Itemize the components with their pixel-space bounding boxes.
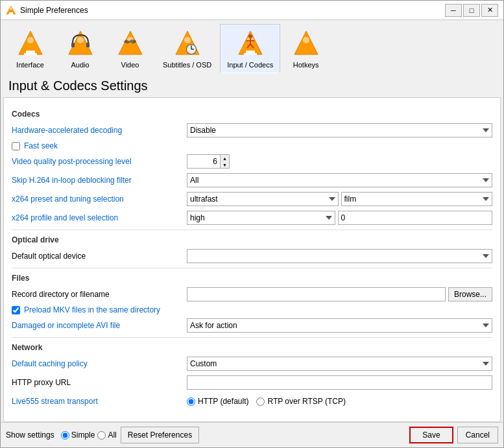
main-window: Simple Preferences ─ □ ✕ Interface [0, 0, 504, 448]
svg-point-3 [10, 7, 12, 10]
svg-rect-1 [9, 12, 13, 14]
skip-h264-select[interactable]: All Non-ref Bidir None [187, 173, 492, 187]
x264-profile-label: x264 profile and level selection [12, 213, 187, 222]
divider-1 [12, 230, 492, 230]
optical-device-label: Default optical device [12, 252, 187, 261]
title-bar: Simple Preferences ─ □ ✕ [1, 1, 503, 20]
x264-preset-select-wrapper: ultrafast superfast veryfast faster fast… [187, 192, 339, 206]
video-quality-label: Video quality post-processing level [12, 157, 187, 166]
hardware-decoding-select[interactable]: Disable DirectX 11 (D3D11) DirectX 9 (D3… [187, 123, 492, 137]
svg-rect-11 [86, 43, 90, 47]
svg-point-7 [27, 37, 34, 43]
x264-tuning-select[interactable]: film animation grain stillimage psnr ssi… [341, 192, 493, 206]
save-button[interactable]: Save [409, 427, 453, 443]
app-icon [6, 5, 16, 16]
caching-policy-label: Default caching policy [12, 359, 187, 368]
http-proxy-label: HTTP proxy URL [12, 378, 187, 387]
svg-rect-6 [24, 53, 37, 55]
tab-video[interactable]: Video [106, 24, 154, 73]
live555-rtp-option[interactable]: RTP over RTSP (TCP) [256, 397, 345, 406]
live555-radio-group: HTTP (default) RTP over RTSP (TCP) [187, 397, 492, 406]
damaged-avi-select[interactable]: Ask for action Repair Discard [187, 318, 492, 333]
record-dir-label: Record directory or filename [12, 290, 187, 299]
preload-mkv-checkbox[interactable] [12, 306, 20, 314]
hardware-decoding-select-wrapper: Disable DirectX 11 (D3D11) DirectX 9 (D3… [187, 123, 492, 137]
preload-mkv-label[interactable]: Preload MKV files in the same directory [24, 305, 160, 314]
tab-hotkeys-label: Hotkeys [293, 61, 319, 69]
x264-profile-select[interactable]: high high10 high422 high444 main baselin… [187, 211, 335, 225]
skip-h264-label: Skip H.264 in-loop deblocking filter [12, 176, 187, 185]
svg-point-15 [184, 37, 191, 43]
live555-http-label[interactable]: HTTP (default) [198, 397, 248, 406]
tab-video-label: Video [121, 61, 139, 69]
live555-row: Live555 stream transport HTTP (default) … [12, 394, 492, 409]
subtitles-icon [172, 29, 203, 60]
svg-rect-22 [244, 53, 257, 55]
x264-preset-dual: ultrafast superfast veryfast faster fast… [187, 192, 492, 206]
live555-http-radio[interactable] [187, 397, 195, 406]
tab-input[interactable]: Input / Codecs [220, 24, 280, 73]
hotkeys-icon [291, 29, 322, 60]
live555-rtp-label[interactable]: RTP over RTSP (TCP) [267, 397, 345, 406]
network-section-header: Network [12, 343, 492, 352]
x264-profile-dual: high high10 high422 high444 main baselin… [187, 211, 492, 225]
caching-policy-select[interactable]: Custom Lowest latency Low latency Normal… [187, 357, 492, 371]
http-proxy-row: HTTP proxy URL [12, 375, 492, 390]
svg-rect-10 [71, 43, 75, 47]
simple-option[interactable]: Simple [61, 430, 95, 440]
optical-device-select-wrapper [187, 249, 492, 263]
live555-rtp-radio[interactable] [256, 397, 265, 406]
tab-input-label: Input / Codecs [227, 61, 273, 69]
minimize-button[interactable]: ─ [445, 4, 462, 17]
x264-tuning-select-wrapper: film animation grain stillimage psnr ssi… [341, 192, 493, 206]
audio-icon [65, 29, 96, 60]
maximize-button[interactable]: □ [463, 4, 480, 17]
window-title: Simple Preferences [20, 6, 445, 15]
damaged-avi-select-wrapper: Ask for action Repair Discard [187, 318, 492, 333]
show-settings-label: Show settings [6, 430, 54, 440]
simple-label[interactable]: Simple [71, 430, 95, 440]
spinbox-down[interactable]: ▼ [220, 161, 229, 168]
x264-level-input[interactable] [338, 211, 493, 225]
x264-profile-row: x264 profile and level selection high hi… [12, 210, 492, 226]
damaged-avi-row: Damaged or incomplete AVI file Ask for a… [12, 318, 492, 333]
settings-radio-group: Simple All [61, 430, 117, 440]
simple-radio[interactable] [61, 431, 69, 440]
tab-hotkeys[interactable]: Hotkeys [282, 24, 330, 73]
optical-device-select[interactable] [187, 249, 492, 263]
window-controls: ─ □ ✕ [445, 4, 498, 17]
live555-http-option[interactable]: HTTP (default) [187, 397, 248, 406]
fast-seek-checkbox[interactable] [12, 142, 20, 150]
video-quality-input[interactable] [187, 155, 220, 168]
video-quality-spinbox: ▲ ▼ [187, 154, 230, 169]
hardware-decoding-row: Hardware-accelerated decoding Disable Di… [12, 123, 492, 138]
record-dir-input[interactable] [187, 287, 446, 301]
x264-preset-row: x264 preset and tuning selection ultrafa… [12, 191, 492, 207]
tab-subtitles-label: Subtitles / OSD [163, 61, 211, 69]
optical-device-row: Default optical device [12, 248, 492, 264]
fast-seek-label[interactable]: Fast seek [24, 141, 58, 150]
close-button[interactable]: ✕ [481, 4, 498, 17]
tab-interface-label: Interface [16, 61, 44, 69]
codecs-section-header: Codecs [12, 110, 492, 119]
svg-point-24 [248, 34, 252, 38]
http-proxy-input[interactable] [187, 375, 492, 390]
svg-rect-21 [246, 51, 255, 53]
live555-label: Live555 stream transport [12, 397, 187, 406]
tab-audio[interactable]: Audio [56, 24, 104, 73]
all-option[interactable]: All [97, 430, 116, 440]
x264-preset-select[interactable]: ultrafast superfast veryfast faster fast… [187, 192, 339, 206]
all-label[interactable]: All [108, 430, 116, 440]
page-title: Input & Codecs Settings [1, 73, 503, 97]
tab-subtitles[interactable]: Subtitles / OSD [156, 24, 219, 73]
reset-preferences-button[interactable]: Reset Preferences [121, 427, 199, 443]
preload-mkv-row: Preload MKV files in the same directory [12, 305, 492, 314]
spinbox-up[interactable]: ▲ [220, 155, 229, 161]
hardware-decoding-label: Hardware-accelerated decoding [12, 126, 187, 135]
damaged-avi-label: Damaged or incomplete AVI file [12, 321, 187, 330]
browse-button[interactable]: Browse... [448, 287, 492, 301]
record-dir-row: Record directory or filename Browse... [12, 287, 492, 302]
all-radio[interactable] [97, 431, 106, 440]
cancel-button[interactable]: Cancel [457, 427, 498, 443]
tab-interface[interactable]: Interface [6, 24, 54, 73]
